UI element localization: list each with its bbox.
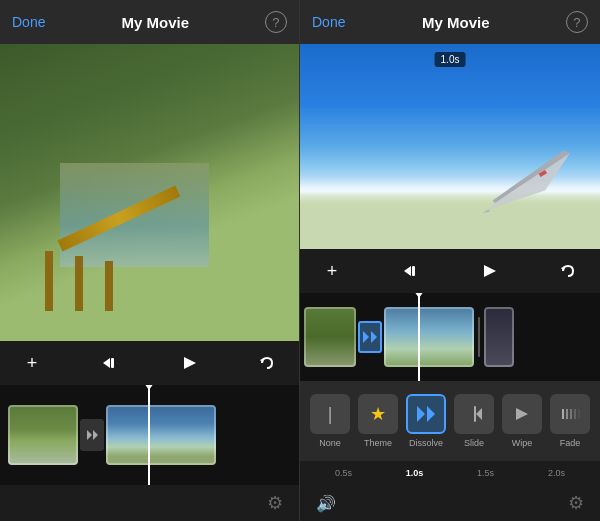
clip-border — [8, 405, 78, 465]
fence-post-1 — [45, 251, 53, 311]
svg-rect-22 — [578, 409, 580, 419]
svg-marker-16 — [476, 408, 482, 420]
left-scene — [0, 44, 299, 341]
left-playhead — [148, 385, 150, 485]
fence-post-3 — [105, 261, 113, 311]
svg-marker-13 — [417, 406, 425, 422]
wipe-icon-box — [502, 394, 542, 434]
left-play-button[interactable] — [173, 347, 205, 379]
transition-theme[interactable]: ★ Theme — [358, 394, 398, 448]
left-title: My Movie — [121, 14, 189, 31]
right-separator — [476, 307, 482, 367]
right-playhead — [418, 293, 420, 381]
left-preview — [0, 44, 299, 341]
right-track — [300, 307, 600, 367]
right-transition-selected[interactable] — [358, 321, 382, 353]
svg-rect-18 — [562, 409, 564, 419]
undo-icon — [258, 354, 276, 372]
airplane-wing-icon — [470, 138, 570, 218]
transition-icon — [85, 428, 99, 442]
svg-marker-9 — [484, 265, 496, 277]
right-clip-1[interactable] — [304, 307, 356, 367]
right-play-button[interactable] — [473, 255, 505, 287]
left-clip-2[interactable] — [106, 405, 216, 465]
left-transition-marker[interactable] — [80, 419, 104, 451]
svg-marker-7 — [404, 266, 411, 276]
right-undo-button[interactable] — [552, 255, 584, 287]
right-done-button[interactable]: Done — [312, 14, 345, 30]
right-rewind-button[interactable] — [395, 255, 427, 287]
fence-post-2 — [75, 256, 83, 311]
clip-border-r2 — [384, 307, 474, 367]
left-add-button[interactable]: + — [16, 347, 48, 379]
svg-rect-8 — [412, 266, 415, 276]
theme-label: Theme — [364, 438, 392, 448]
ruler-marks: 0.5s 1.0s 1.5s 2.0s — [308, 468, 592, 478]
svg-marker-4 — [87, 430, 92, 440]
clip-border-r3 — [484, 307, 514, 367]
dissolve-icon — [362, 329, 378, 345]
none-label: None — [319, 438, 341, 448]
ruler-2.0s: 2.0s — [521, 468, 592, 478]
transition-wipe[interactable]: Wipe — [502, 394, 542, 448]
timestamp-badge: 1.0s — [435, 52, 466, 67]
clip-border-r1 — [304, 307, 356, 367]
transition-slide[interactable]: Slide — [454, 394, 494, 448]
right-rewind-icon — [402, 262, 420, 280]
dissolve-icon-box — [406, 394, 446, 434]
right-header: Done My Movie ? — [300, 0, 600, 44]
ruler-1.0s: 1.0s — [379, 468, 450, 478]
right-preview: 1.0s — [300, 44, 600, 249]
left-controls: + — [0, 341, 299, 385]
right-controls: + — [300, 249, 600, 293]
svg-marker-5 — [93, 430, 98, 440]
none-icon-box: | — [310, 394, 350, 434]
right-add-button[interactable]: + — [316, 255, 348, 287]
transition-panel: | None ★ Theme Dissolve — [300, 381, 600, 461]
wipe-label: Wipe — [512, 438, 533, 448]
slide-label: Slide — [464, 438, 484, 448]
left-undo-button[interactable] — [251, 347, 283, 379]
left-done-button[interactable]: Done — [12, 14, 45, 30]
play-icon — [180, 354, 198, 372]
left-clip-1[interactable] — [8, 405, 78, 465]
wipe-trans-icon — [512, 404, 532, 424]
svg-rect-15 — [474, 406, 476, 422]
left-rewind-button[interactable] — [94, 347, 126, 379]
svg-marker-11 — [363, 331, 369, 343]
theme-icon-box: ★ — [358, 394, 398, 434]
fade-icon-box — [550, 394, 590, 434]
left-help-button[interactable]: ? — [265, 11, 287, 33]
fade-trans-icon — [560, 404, 580, 424]
fade-label: Fade — [560, 438, 581, 448]
transition-none[interactable]: | None — [310, 394, 350, 448]
right-clip-3[interactable] — [484, 307, 514, 367]
transition-dissolve[interactable]: Dissolve — [406, 394, 446, 448]
transition-fade[interactable]: Fade — [550, 394, 590, 448]
right-gear-button[interactable]: ⚙ — [568, 492, 584, 514]
right-clip-2[interactable] — [384, 307, 474, 367]
left-gear-button[interactable]: ⚙ — [267, 492, 283, 514]
right-help-button[interactable]: ? — [566, 11, 588, 33]
svg-rect-1 — [111, 358, 114, 368]
right-undo-icon — [559, 262, 577, 280]
svg-marker-0 — [103, 358, 110, 368]
slide-icon-box — [454, 394, 494, 434]
right-playhead-triangle — [414, 293, 424, 298]
right-play-icon — [480, 262, 498, 280]
right-timeline — [300, 293, 600, 381]
svg-rect-21 — [574, 409, 576, 419]
right-title: My Movie — [422, 14, 490, 31]
slide-trans-icon — [464, 404, 484, 424]
left-panel: Done My Movie ? + — [0, 0, 300, 521]
rewind-icon — [101, 354, 119, 372]
svg-rect-20 — [570, 409, 572, 419]
right-volume-button[interactable]: 🔊 — [316, 494, 336, 513]
dissolve-trans-icon — [416, 404, 436, 424]
dissolve-label: Dissolve — [409, 438, 443, 448]
svg-rect-19 — [566, 409, 568, 419]
svg-marker-12 — [371, 331, 377, 343]
ruler-0.5s: 0.5s — [308, 468, 379, 478]
svg-marker-14 — [427, 406, 435, 422]
left-header: Done My Movie ? — [0, 0, 299, 44]
